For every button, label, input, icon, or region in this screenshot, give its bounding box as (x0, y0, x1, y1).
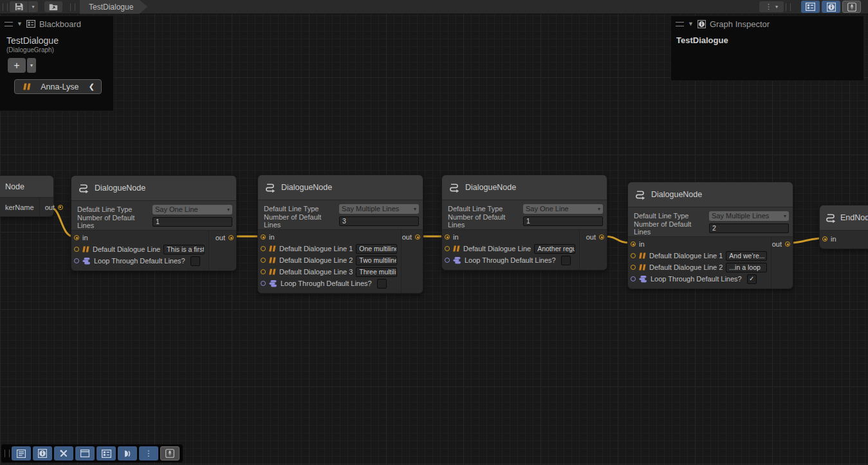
quote-icon (82, 246, 89, 252)
dialogue-line-input[interactable]: One multiline (356, 244, 397, 254)
foldout-icon[interactable]: ▼ (17, 21, 23, 27)
dialogue-line-label: Default Dialogue Line (93, 245, 160, 253)
in-port[interactable] (822, 236, 827, 242)
toolbar-drag-handle[interactable] (786, 3, 791, 11)
console-toggle-button[interactable] (12, 446, 31, 460)
loop-checkbox[interactable] (190, 256, 200, 266)
dialogue-node-3[interactable]: DialogueNode Default Line Type Say One L… (441, 175, 607, 270)
out-port[interactable] (415, 234, 420, 240)
dialogue-line-port[interactable] (631, 253, 636, 258)
blackboard-toggle-button[interactable] (97, 446, 116, 460)
loop-checkbox[interactable] (561, 256, 571, 265)
in-port[interactable] (631, 242, 636, 247)
line-type-dropdown[interactable]: Say Multiple Lines ▾ (339, 204, 419, 214)
end-node[interactable]: EndNode in (819, 205, 868, 249)
speaker-name-label: kerName (0, 198, 39, 216)
dialogue-line-input[interactable]: And we're... (726, 251, 767, 261)
in-port[interactable] (445, 234, 450, 240)
dialogue-node-2[interactable]: DialogueNode Default Line Type Say Multi… (257, 175, 423, 294)
line-type-value: Say Multiple Lines (342, 205, 414, 213)
quote-icon (269, 257, 276, 263)
inspector-toggle-button[interactable] (33, 446, 52, 460)
tab-testdialogue[interactable]: TestDialogue (80, 0, 147, 14)
start-node-partial[interactable]: Node kerName out (0, 175, 54, 217)
save-button[interactable] (10, 1, 28, 12)
dialogue-line-port[interactable] (261, 246, 266, 251)
drag-handle-icon[interactable] (676, 22, 684, 26)
num-lines-input[interactable]: 1 (523, 216, 603, 226)
loop-checkbox[interactable]: ✓ (747, 274, 757, 284)
line-type-dropdown[interactable]: Say One Line ▾ (523, 204, 603, 214)
out-port[interactable] (599, 234, 604, 240)
node-title-bar[interactable]: DialogueNode (628, 182, 793, 207)
line-type-dropdown[interactable]: Say Multiple Lines ▾ (709, 211, 789, 221)
dialogue-line-port[interactable] (445, 246, 450, 251)
blackboard-field[interactable]: Anna-Lyse ❮ (14, 79, 102, 94)
dialogue-node-4[interactable]: DialogueNode Default Line Type Say Multi… (627, 182, 793, 289)
drag-handle-icon[interactable] (5, 22, 13, 26)
line-type-dropdown[interactable]: Say One Line ▾ (152, 205, 232, 214)
num-lines-input[interactable]: 2 (709, 223, 789, 233)
in-port[interactable] (261, 234, 266, 240)
in-port[interactable] (74, 235, 79, 240)
loop-port[interactable] (261, 281, 266, 286)
dialogue-line-input[interactable]: Two multiline (356, 256, 397, 265)
dialogue-line-input[interactable]: ...in a loop (726, 263, 767, 272)
tools-toggle-button[interactable] (54, 446, 73, 460)
dialogue-line-port[interactable] (631, 265, 636, 270)
dialogue-line-label: Default Dialogue Line 1 (649, 252, 723, 260)
add-property-button[interactable]: + (8, 58, 26, 73)
out-port-label: out (45, 204, 55, 211)
transition-toggle-button[interactable] (118, 446, 137, 460)
node-title-bar[interactable]: EndNode (820, 205, 868, 231)
dialogue-line-port[interactable] (261, 269, 266, 274)
blackboard-toggle-button[interactable] (801, 1, 820, 13)
blackboard-graph-type: (DialogueGraph) (0, 46, 113, 53)
dialogue-line-port[interactable] (74, 247, 79, 252)
overflow-menu-button[interactable]: ⋮ (139, 446, 158, 460)
loop-checkbox[interactable] (377, 279, 387, 289)
loop-port[interactable] (74, 258, 79, 263)
preview-toggle-button[interactable] (160, 446, 180, 460)
save-dropdown-button[interactable]: ▾ (28, 1, 38, 12)
foldout-icon[interactable]: ▼ (688, 21, 694, 27)
out-port[interactable] (228, 235, 234, 240)
toolbar-drag-handle[interactable] (3, 3, 8, 11)
num-lines-input[interactable]: 1 (152, 217, 232, 227)
toolbar: ▾ TestDialogue ⋮ ▾ (0, 0, 868, 14)
overflow-menu-button[interactable]: ⋮ ▾ (759, 1, 784, 12)
blackboard-header[interactable]: ▼ Blackboard (0, 16, 113, 32)
loop-port[interactable] (631, 276, 636, 281)
preview-toggle-button[interactable] (842, 1, 861, 13)
edge-connection[interactable] (791, 238, 822, 243)
chevron-down-icon: ▾ (775, 4, 778, 10)
node-title-bar[interactable]: Node (0, 176, 53, 198)
out-port[interactable] (785, 242, 790, 247)
in-port-label: in (82, 234, 88, 242)
node-title-bar[interactable]: DialogueNode (258, 175, 423, 200)
open-graph-button[interactable] (44, 1, 62, 12)
add-property-dropdown[interactable]: ▾ (27, 58, 36, 73)
edge-connection[interactable] (605, 236, 630, 243)
toolbar-drag-handle[interactable] (5, 450, 10, 457)
dialogue-line-port[interactable] (261, 258, 266, 263)
dialogue-line-input[interactable]: This is a first (163, 245, 205, 254)
dialogue-node-1[interactable]: DialogueNode Default Line Type Say One L… (71, 175, 237, 271)
dialogue-line-input[interactable]: Three multili (356, 267, 397, 277)
num-lines-input[interactable]: 3 (339, 216, 419, 226)
inspector-toggle-button[interactable] (822, 1, 840, 13)
window-toggle-button[interactable] (75, 446, 95, 460)
chevron-left-icon[interactable]: ❮ (89, 82, 95, 91)
node-title-bar[interactable]: DialogueNode (442, 175, 607, 200)
dialogue-line-label: Default Dialogue Line 2 (649, 263, 723, 271)
dialogue-line-input[interactable]: Another regu (534, 244, 575, 254)
line-type-value: Say One Line (526, 205, 598, 213)
out-port[interactable] (58, 205, 63, 210)
save-icon (15, 3, 23, 11)
node-title-bar[interactable]: DialogueNode (71, 176, 236, 201)
in-port-label: in (639, 240, 645, 248)
toolbar-drag-handle[interactable] (70, 3, 75, 11)
line-type-label: Default Line Type (75, 205, 152, 213)
loop-port[interactable] (445, 258, 450, 263)
inspector-header[interactable]: ▼ Graph Inspector (671, 16, 863, 32)
